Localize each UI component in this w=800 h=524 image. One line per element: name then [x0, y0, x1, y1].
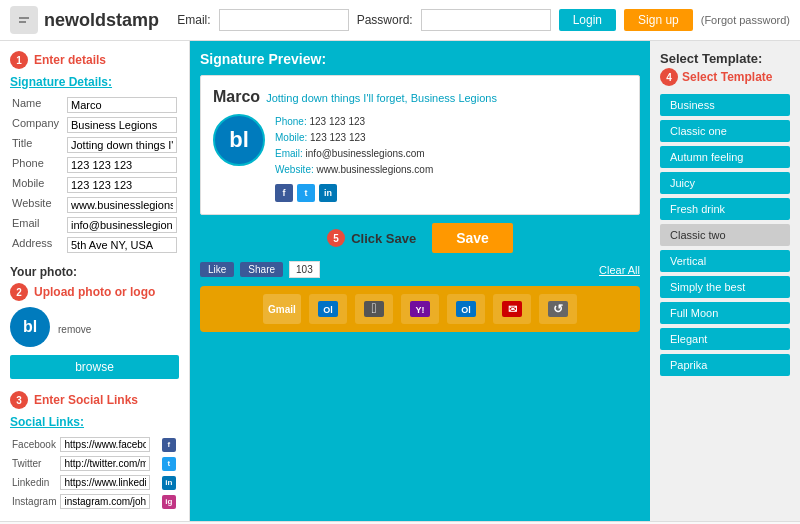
sig-field-input[interactable]: [67, 197, 177, 213]
logo-icon: [10, 6, 38, 34]
browse-button[interactable]: browse: [10, 355, 179, 379]
user-logo: bl: [10, 307, 50, 347]
svg-rect-1: [19, 17, 29, 19]
svg-text:Y!: Y!: [416, 305, 425, 315]
sig-field-row: Email: [10, 215, 179, 235]
preview-social-icons: f t in: [275, 184, 433, 202]
template-item[interactable]: Juicy: [660, 172, 790, 194]
header-center: Email: Password: Login Sign up (Forgot p…: [177, 9, 790, 31]
template-item[interactable]: Fresh drink: [660, 198, 790, 220]
preview-details: Phone: 123 123 123 Mobile: 123 123 123 E…: [275, 114, 433, 202]
like-button[interactable]: Like: [200, 262, 234, 277]
apple-mail-button[interactable]: : [355, 294, 393, 324]
email-clients: Gmail Ol  Y! Ol ✉ ↺: [200, 286, 640, 332]
social-field-input[interactable]: [60, 437, 150, 452]
email-value: info@businesslegions.com: [306, 148, 425, 159]
forgot-password-link[interactable]: (Forgot password): [701, 14, 790, 26]
step3-text: Enter Social Links: [34, 393, 138, 407]
preview-title: Signature Preview:: [200, 51, 640, 67]
sig-field-row: Company: [10, 115, 179, 135]
sig-field-input[interactable]: [67, 237, 177, 253]
sig-field-row: Website: [10, 195, 179, 215]
sig-field-label: Title: [10, 135, 65, 155]
social-field-input[interactable]: [60, 475, 150, 490]
step1-text: Enter details: [34, 53, 106, 67]
template-item[interactable]: Classic one: [660, 120, 790, 142]
outlook-button[interactable]: Ol: [309, 294, 347, 324]
sig-field-row: Phone: [10, 155, 179, 175]
yahoo-button[interactable]: Y!: [401, 294, 439, 324]
sig-field-label: Website: [10, 195, 65, 215]
click-save-row: 5 Click Save Save: [200, 223, 640, 253]
preview-name-line: Marco Jotting down things I'll forget, B…: [213, 88, 627, 106]
right-title: Select Template:: [660, 51, 790, 66]
sig-field-input[interactable]: [67, 217, 177, 233]
social-table: FacebookfTwittertLinkedininInstagramig: [10, 435, 179, 511]
email-input[interactable]: [219, 9, 349, 31]
logo-area: newoldstamp: [10, 6, 167, 34]
gmail-button[interactable]: Gmail: [263, 294, 301, 324]
social-field-input[interactable]: [60, 456, 150, 471]
social-title: Social Links:: [10, 415, 179, 429]
password-input[interactable]: [421, 9, 551, 31]
template-item[interactable]: Vertical: [660, 250, 790, 272]
refresh-button[interactable]: ↺: [539, 294, 577, 324]
social-icon-instagram: ig: [162, 495, 176, 509]
share-count: 103: [289, 261, 320, 278]
sig-details-title: Signature Details:: [10, 75, 179, 89]
social-field-input[interactable]: [60, 494, 150, 509]
preview-box: Marco Jotting down things I'll forget, B…: [200, 75, 640, 215]
social-section: 3 Enter Social Links Social Links: Faceb…: [10, 391, 179, 511]
social-field-label: Instagram: [10, 492, 58, 511]
template-item[interactable]: Business: [660, 94, 790, 116]
preview-tw-icon: t: [297, 184, 315, 202]
center-panel: Signature Preview: Marco Jotting down th…: [190, 41, 650, 521]
step3-circle: 3: [10, 391, 28, 409]
svg-rect-2: [19, 21, 26, 23]
sig-field-input[interactable]: [67, 117, 177, 133]
sig-details-table: NameCompanyTitlePhoneMobileWebsiteEmailA…: [10, 95, 179, 255]
lotus-button[interactable]: ✉: [493, 294, 531, 324]
social-icon-twitter: t: [162, 457, 176, 471]
share-button[interactable]: Share: [240, 262, 283, 277]
sig-field-label: Company: [10, 115, 65, 135]
main-layout: 1 Enter details Signature Details: NameC…: [0, 41, 800, 521]
signup-button[interactable]: Sign up: [624, 9, 693, 31]
click-save-text: Click Save: [351, 231, 416, 246]
template-item[interactable]: Simply the best: [660, 276, 790, 298]
sig-field-input[interactable]: [67, 97, 177, 113]
password-label: Password:: [357, 13, 413, 27]
phone-value: 123 123 123: [309, 116, 365, 127]
right-step: 4 Select Template: [660, 68, 790, 86]
login-button[interactable]: Login: [559, 9, 616, 31]
photo-title: Your photo:: [10, 265, 179, 279]
social-field-label: Facebook: [10, 435, 58, 454]
sig-field-row: Title: [10, 135, 179, 155]
preview-content: bl Phone: 123 123 123 Mobile: 123 123 12…: [213, 114, 627, 202]
template-item[interactable]: Autumn feeling: [660, 146, 790, 168]
social-icon-linkedin: in: [162, 476, 176, 490]
remove-link[interactable]: remove: [58, 324, 91, 335]
clear-all-link[interactable]: Clear All: [599, 264, 640, 276]
sig-field-input[interactable]: [67, 157, 177, 173]
step5-circle: 5: [327, 229, 345, 247]
step1-circle: 1: [10, 51, 28, 69]
template-item[interactable]: Classic two: [660, 224, 790, 246]
logo-text: newoldstamp: [44, 10, 159, 31]
step2-circle: 2: [10, 283, 28, 301]
template-item[interactable]: Paprika: [660, 354, 790, 376]
template-item[interactable]: Elegant: [660, 328, 790, 350]
sig-field-input[interactable]: [67, 137, 177, 153]
sig-field-input[interactable]: [67, 177, 177, 193]
svg-text:✉: ✉: [508, 303, 517, 315]
save-button[interactable]: Save: [432, 223, 513, 253]
template-list: BusinessClassic oneAutumn feelingJuicyFr…: [660, 94, 790, 376]
step3-label: 3 Enter Social Links: [10, 391, 179, 409]
template-item[interactable]: Full Moon: [660, 302, 790, 324]
social-share-row: Like Share 103 Clear All: [200, 261, 640, 278]
phone-label: Phone:: [275, 116, 307, 127]
svg-text:: : [371, 300, 376, 316]
svg-rect-0: [16, 12, 32, 28]
outlook2-button[interactable]: Ol: [447, 294, 485, 324]
sig-field-row: Address: [10, 235, 179, 255]
